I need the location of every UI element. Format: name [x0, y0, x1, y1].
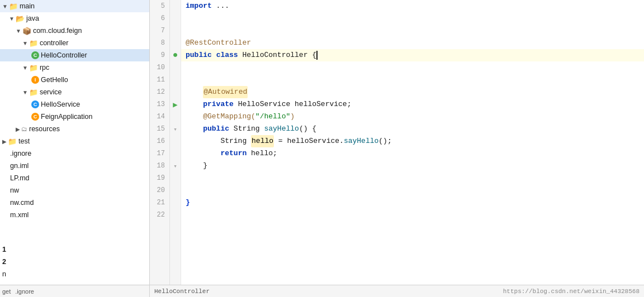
code-line-18: }: [181, 160, 644, 172]
file-tree: ▼ 📁 main ▼ 📂 java ▼ 📦 com.cloud.feign ▼ …: [0, 0, 149, 285]
tree-item-resources[interactable]: ▶ 🗂 resources: [0, 123, 149, 135]
tree-item-java[interactable]: ▼ 📂 java: [0, 12, 149, 25]
gutter: ● ▶ ▾ ▾: [170, 0, 181, 285]
expand-arrow: ▶: [2, 138, 7, 145]
code-line-6: [181, 12, 644, 25]
java-folder-icon: 📂: [16, 15, 25, 23]
tree-item-controller[interactable]: ▼ 📁 controller: [0, 37, 149, 49]
code-line-20: [181, 184, 644, 197]
code-line-11: [181, 74, 644, 86]
tree-item-ignore[interactable]: .ignore: [0, 147, 149, 160]
sidebar-bottom-bar: get .ignore: [0, 285, 149, 297]
code-line-21: }: [181, 197, 644, 209]
code-content: import ... @RestController public class …: [181, 0, 644, 285]
gutter-fold-15[interactable]: ▾: [170, 123, 181, 135]
tree-item-gniml[interactable]: gn.iml: [0, 160, 149, 172]
expand-arrow: ▼: [22, 40, 28, 46]
package-icon: 📦: [22, 27, 31, 35]
expand-arrow: ▼: [22, 89, 28, 95]
expand-arrow: ▼: [22, 65, 28, 71]
tree-item-nwcmd[interactable]: nw.cmd: [0, 197, 149, 209]
tree-item-service[interactable]: ▼ 📁 service: [0, 86, 149, 98]
code-line-8: @RestController: [181, 37, 644, 49]
code-line-22: [181, 209, 644, 221]
tree-item-lpmd[interactable]: LP.md: [0, 172, 149, 184]
tree-item-test[interactable]: ▶ 📁 test: [0, 135, 149, 147]
resources-icon: 🗂: [21, 126, 27, 132]
sidebar-ignore-label: .ignore: [15, 288, 34, 295]
expand-arrow: ▼: [2, 3, 8, 9]
code-line-16: String hello = helloService. sayHello ()…: [181, 135, 644, 147]
tree-item-HelloService[interactable]: C HelloService: [0, 98, 149, 111]
folder-icon: 📁: [9, 2, 18, 11]
blog-url: https://blog.csdn.net/weixin_44328568: [503, 288, 640, 295]
filename-label: HelloController: [154, 288, 210, 295]
class-icon-blue2: C: [31, 113, 39, 121]
tree-item-n[interactable]: n: [0, 268, 149, 280]
tree-item-main[interactable]: ▼ 📁 main: [0, 0, 149, 12]
line-numbers: 5 6 7 8 9 10 11 12 13 14 15 16 17 18 19 …: [150, 0, 170, 285]
code-editor: 5 6 7 8 9 10 11 12 13 14 15 16 17 18 19 …: [150, 0, 644, 297]
gutter-class-icon: ●: [170, 49, 181, 61]
expand-arrow: ▼: [9, 16, 15, 22]
code-status-bar: HelloController https://blog.csdn.net/we…: [150, 285, 644, 297]
code-line-19: [181, 172, 644, 184]
tree-item-FeignApplication[interactable]: C FeignApplication: [0, 111, 149, 123]
sidebar: ▼ 📁 main ▼ 📂 java ▼ 📦 com.cloud.feign ▼ …: [0, 0, 150, 297]
code-line-9: public class HelloController {: [181, 49, 644, 61]
sidebar-get-label: get: [2, 288, 11, 295]
tree-item-rpc[interactable]: ▼ 📁 rpc: [0, 61, 149, 74]
class-icon-blue: C: [31, 100, 39, 108]
tree-item-1[interactable]: 1: [0, 243, 149, 256]
tree-item-mxml[interactable]: m.xml: [0, 209, 149, 221]
tree-item-2[interactable]: 2: [0, 256, 149, 268]
package-icon: 📁: [29, 88, 38, 97]
code-line-14: @GetMapping( "/hello" ): [181, 111, 644, 123]
code-line-7: [181, 25, 644, 37]
code-line-12: @Autowired: [181, 86, 644, 98]
text-cursor: [316, 51, 318, 60]
tree-item-nw[interactable]: nw: [0, 184, 149, 197]
folder-icon2: 📁: [8, 137, 17, 146]
code-line-5: import ...: [181, 0, 644, 12]
code-body: 5 6 7 8 9 10 11 12 13 14 15 16 17 18 19 …: [150, 0, 644, 285]
code-line-13: private HelloService helloService;: [181, 98, 644, 111]
gutter-fold-18[interactable]: ▾: [170, 160, 181, 172]
expand-arrow: ▼: [16, 28, 21, 34]
interface-icon: I: [31, 76, 39, 84]
expand-arrow: ▶: [16, 126, 20, 132]
package-icon: 📁: [29, 64, 38, 72]
tree-item-package-root[interactable]: ▼ 📦 com.cloud.feign: [0, 25, 149, 37]
gutter-run-icon[interactable]: ▶: [170, 98, 181, 111]
tree-item-HelloController[interactable]: C HelloController: [0, 49, 149, 61]
code-line-15: public String sayHello () {: [181, 123, 644, 135]
package-icon: 📁: [29, 39, 38, 47]
code-line-17: return hello;: [181, 147, 644, 160]
class-icon-green: C: [31, 51, 39, 59]
code-line-10: [181, 61, 644, 74]
tree-item-GetHello[interactable]: I GetHello: [0, 74, 149, 86]
